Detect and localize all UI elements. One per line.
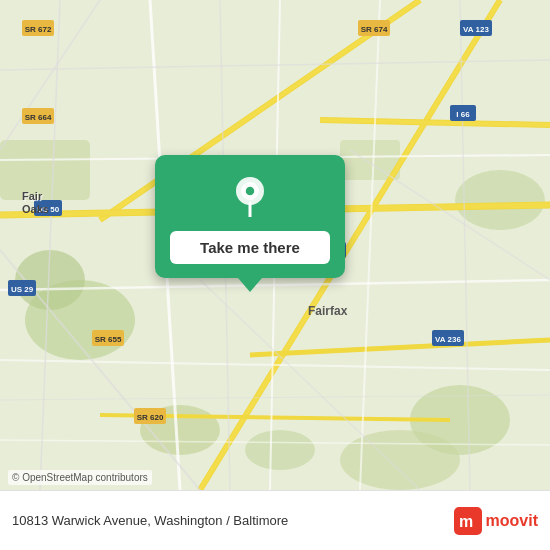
location-popup: Take me there (155, 155, 345, 278)
svg-point-63 (245, 186, 255, 196)
map-attribution: © OpenStreetMap contributors (8, 470, 152, 485)
svg-text:SR 620: SR 620 (137, 413, 164, 422)
svg-point-7 (245, 430, 315, 470)
address-text: 10813 Warwick Avenue, Washington / Balti… (12, 513, 288, 528)
pin-area (220, 165, 280, 225)
svg-text:m: m (459, 513, 473, 530)
moovit-brand-text: moovit (486, 512, 538, 530)
svg-text:Fairfax: Fairfax (308, 304, 348, 318)
svg-point-9 (455, 170, 545, 230)
svg-text:Oaks: Oaks (22, 203, 49, 215)
moovit-icon-svg: m (454, 507, 482, 535)
svg-text:SR 664: SR 664 (25, 113, 52, 122)
svg-rect-3 (0, 140, 90, 200)
svg-point-5 (340, 430, 460, 490)
moovit-logo: m moovit (454, 507, 538, 535)
svg-text:SR 674: SR 674 (361, 25, 388, 34)
svg-text:VA 123: VA 123 (463, 25, 489, 34)
svg-text:US 29: US 29 (11, 285, 34, 294)
svg-text:I 66: I 66 (456, 110, 470, 119)
bottom-bar: 10813 Warwick Avenue, Washington / Balti… (0, 490, 550, 550)
svg-text:SR 655: SR 655 (95, 335, 122, 344)
svg-text:VA 236: VA 236 (435, 335, 461, 344)
map-container: SR 672 SR 674 VA 123 SR 664 I 66 US 50 V… (0, 0, 550, 550)
take-me-there-button[interactable]: Take me there (170, 231, 330, 264)
svg-text:Fair: Fair (22, 190, 43, 202)
location-pin-icon (228, 173, 272, 217)
svg-text:SR 672: SR 672 (25, 25, 52, 34)
